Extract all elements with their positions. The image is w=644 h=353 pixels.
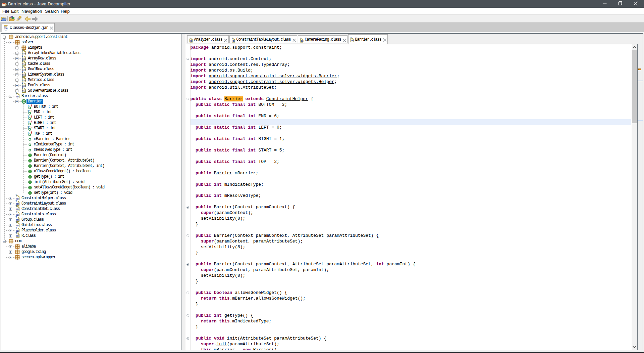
svg-text:010: 010: [16, 214, 19, 216]
svg-text:010: 010: [16, 224, 19, 227]
svg-text:010: 010: [22, 52, 26, 55]
svg-text:S: S: [31, 131, 32, 134]
svg-text:010: 010: [16, 95, 19, 98]
svg-text:010: 010: [4, 27, 8, 30]
svg-text:010: 010: [22, 90, 26, 92]
svg-text:010: 010: [22, 74, 26, 76]
svg-text:S: S: [31, 109, 32, 113]
svg-text:010: 010: [22, 79, 26, 82]
svg-text:010: 010: [16, 230, 19, 232]
svg-text:010: 010: [16, 197, 19, 200]
svg-text:010: 010: [16, 208, 19, 211]
svg-text:S: S: [31, 120, 32, 124]
svg-text:S: S: [31, 104, 32, 107]
svg-text:010: 010: [22, 63, 26, 65]
svg-text:010: 010: [16, 235, 19, 237]
svg-text:010: 010: [16, 203, 19, 205]
svg-text:010: 010: [16, 219, 19, 221]
svg-text:C: C: [22, 100, 25, 103]
svg-text:S: S: [31, 126, 32, 129]
svg-text:S: S: [31, 115, 32, 118]
svg-text:010: 010: [22, 58, 26, 60]
svg-text:010: 010: [22, 85, 26, 87]
svg-text:010: 010: [22, 69, 26, 71]
